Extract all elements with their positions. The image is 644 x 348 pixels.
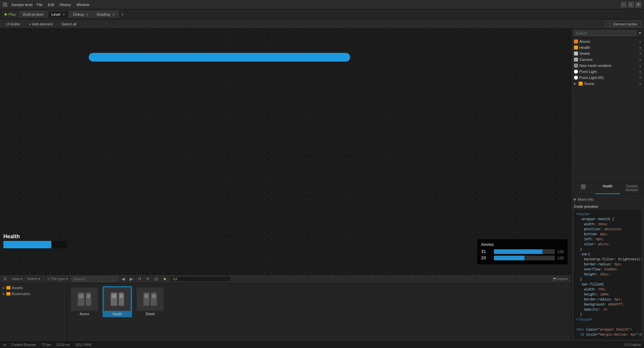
tab-health[interactable]: Health xyxy=(595,183,620,194)
ammo-max-2: 120 xyxy=(558,256,564,260)
view-chevron-icon: ▾ xyxy=(20,277,22,281)
camera-tree-label: Camera xyxy=(579,58,638,62)
tree-item-mesh-renderer[interactable]: New mesh renderer ● xyxy=(571,63,644,69)
user-tab-icon xyxy=(581,184,586,189)
home-button[interactable]: ⊟ xyxy=(153,276,159,282)
tab-level-close[interactable]: ✕ xyxy=(62,13,65,16)
panel-menu-button[interactable]: ☰ xyxy=(2,276,8,282)
assets-folder-icon xyxy=(6,286,10,289)
tab-debug-close[interactable]: ✕ xyxy=(86,13,88,16)
forward-button[interactable]: ▶ xyxy=(128,276,134,282)
add-tab-button[interactable]: + xyxy=(119,11,126,18)
ammo-tree-icon xyxy=(574,39,578,44)
asset-item-shield[interactable]: Shield xyxy=(135,286,165,317)
code-preview-block: <style> .wrapper.health { width: 20vw; p… xyxy=(574,210,641,339)
menu-window[interactable]: Window xyxy=(76,3,89,7)
content-browser-panel: ☰ View ▾ Select ▾ ▽ File type ▾ ◀ ▶ xyxy=(0,274,571,341)
maximize-button[interactable]: □ xyxy=(628,2,634,8)
tab-shading[interactable]: Shading ✕ xyxy=(93,11,118,18)
camera-tree-icon xyxy=(574,58,578,62)
filter-icon: ▽ xyxy=(47,277,50,281)
content-search-input[interactable] xyxy=(71,276,118,282)
select-button[interactable]: Select ▾ xyxy=(26,276,42,282)
file-type-label: File type xyxy=(51,277,65,281)
health-asset-label: Health xyxy=(113,312,122,316)
health-label: Health xyxy=(3,234,67,240)
shield-asset-label: Shield xyxy=(145,312,155,316)
svg-rect-2 xyxy=(79,294,83,298)
content-sidebar: ▶ Assets ▶ Bookmarks xyxy=(0,283,67,341)
app-icon xyxy=(3,2,7,7)
tab-build-probes[interactable]: Build probes xyxy=(19,11,47,18)
select-all-button[interactable]: Select all xyxy=(59,21,79,27)
tab-content-browser[interactable]: Content browser xyxy=(620,183,644,194)
search-filter-button[interactable]: ▼ xyxy=(638,31,642,35)
back-button[interactable]: ◀ xyxy=(120,276,126,282)
asset-item-health[interactable]: Health xyxy=(103,286,132,317)
import-button[interactable]: ⬒ Import xyxy=(552,276,569,282)
health-eye-icon[interactable]: ● xyxy=(639,46,641,50)
ammo-row-2: 20 120 xyxy=(481,255,564,260)
asset-item-ammo[interactable]: Ammo xyxy=(70,286,99,317)
shield-eye-icon[interactable]: ● xyxy=(639,52,641,56)
minimize-button[interactable]: ─ xyxy=(621,2,627,8)
favorite-button[interactable]: ★ xyxy=(162,276,168,282)
tree-item-health[interactable]: Health ● xyxy=(571,45,644,51)
point-light-001-eye-icon[interactable]: ● xyxy=(639,76,641,80)
mesh-tree-icon xyxy=(574,64,578,68)
health-thumbnail xyxy=(104,287,131,311)
tab-level[interactable]: Level ✕ xyxy=(48,11,69,18)
tree-item-camera[interactable]: Camera ● xyxy=(571,57,644,63)
tree-item-scene[interactable]: ▶ Scene ● xyxy=(571,81,644,87)
refresh-button[interactable]: ⟳ xyxy=(145,276,151,282)
scene-eye-icon[interactable]: ● xyxy=(639,82,641,86)
version-status: 5.0.0-alpha xyxy=(624,343,641,347)
menu-edit[interactable]: Edit xyxy=(48,3,54,7)
file-type-filter[interactable]: ▽ File type ▾ xyxy=(46,276,69,282)
tree-item-point-light[interactable]: Point Light ● xyxy=(571,69,644,75)
add-element-button[interactable]: + Add element xyxy=(26,21,56,27)
tab-debug[interactable]: Debug ✕ xyxy=(69,11,92,18)
ammo-bar-fill-2 xyxy=(494,256,524,260)
path-input[interactable] xyxy=(170,276,231,282)
tab-shading-close[interactable]: ✕ xyxy=(112,13,115,16)
menu-history[interactable]: History xyxy=(60,3,71,7)
svg-rect-10 xyxy=(144,294,148,298)
element-picker-button[interactable]: ⬚ Element picker xyxy=(605,21,641,27)
svg-rect-11 xyxy=(152,294,156,298)
mesh-eye-icon[interactable]: ● xyxy=(639,64,641,68)
ammo-current-2: 20 xyxy=(481,255,491,260)
scene-expand-icon[interactable]: ▶ xyxy=(574,82,577,85)
more-info-chevron-icon: ▶ xyxy=(574,197,577,201)
scene-search-input[interactable] xyxy=(573,30,637,36)
view-button[interactable]: View ▾ xyxy=(10,276,24,282)
asset-grid: Ammo Health xyxy=(67,283,571,341)
tree-item-ammo[interactable]: Ammo ● xyxy=(571,38,644,45)
tree-item-shield[interactable]: Shield ● xyxy=(571,51,644,57)
menu-file[interactable]: File xyxy=(37,3,43,7)
tab-user[interactable] xyxy=(571,183,595,194)
assets-chevron-icon: ▶ xyxy=(3,286,5,289)
viewport[interactable]: Health Ammo 31 120 20 xyxy=(0,29,571,274)
sidebar-item-assets[interactable]: ▶ Assets xyxy=(0,285,67,291)
light-tree-icon xyxy=(574,70,578,74)
select-label: Select xyxy=(27,277,38,281)
status-bar: ⊟ Content Browser 75 fps 13.50 ms 1011 R… xyxy=(0,341,644,348)
content-browser-toolbar: ☰ View ▾ Select ▾ ▽ File type ▾ ◀ ▶ xyxy=(0,275,571,283)
ui-editor-button[interactable]: UI Editor xyxy=(3,21,23,27)
svg-rect-6 xyxy=(112,294,116,298)
tree-item-point-light-001[interactable]: Point Light.001 ● xyxy=(571,75,644,81)
scene-tree-icon xyxy=(579,82,583,86)
point-light-eye-icon[interactable]: ● xyxy=(639,70,641,74)
camera-eye-icon[interactable]: ● xyxy=(639,58,641,62)
close-button[interactable]: ✕ xyxy=(635,2,641,8)
fps-status: 75 fps xyxy=(42,343,51,347)
health-bar-fill xyxy=(3,241,51,248)
sidebar-item-bookmarks[interactable]: ▶ Bookmarks xyxy=(0,291,67,297)
more-info-button[interactable]: ▶ More info xyxy=(574,196,641,202)
ammo-eye-icon[interactable]: ● xyxy=(639,39,641,44)
history-button[interactable]: ↺ xyxy=(136,276,143,282)
viewport-blue-bar[interactable] xyxy=(89,53,350,62)
play-button[interactable]: ▶ Play xyxy=(2,11,18,17)
main-area: Health Ammo 31 120 20 xyxy=(0,29,644,341)
